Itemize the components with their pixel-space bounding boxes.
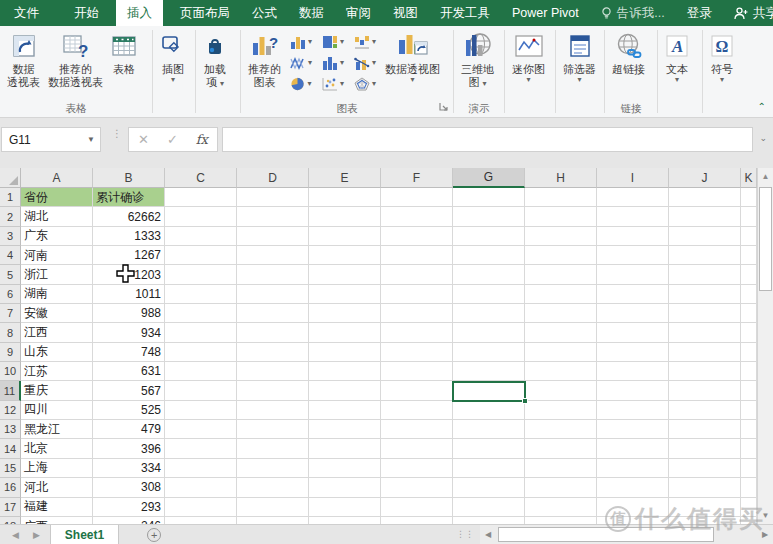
- cell-H8[interactable]: [525, 323, 597, 342]
- column-header-I[interactable]: I: [597, 168, 669, 188]
- text-button[interactable]: A 文本 ▾: [661, 28, 693, 84]
- cell-J9[interactable]: [669, 343, 741, 362]
- fill-handle[interactable]: [522, 398, 528, 404]
- cell-E4[interactable]: [309, 246, 381, 265]
- cell-A16[interactable]: 河北: [21, 478, 93, 497]
- cell-C4[interactable]: [165, 246, 237, 265]
- scroll-right-icon[interactable]: ▶: [757, 525, 773, 544]
- cell-J8[interactable]: [669, 323, 741, 342]
- tell-me-box[interactable]: 告诉我...: [590, 0, 676, 26]
- cell-D1[interactable]: [237, 188, 309, 207]
- cell-K1[interactable]: [741, 188, 757, 207]
- cell-A14[interactable]: 北京: [21, 439, 93, 458]
- cell-G15[interactable]: [453, 459, 525, 478]
- cell-I4[interactable]: [597, 246, 669, 265]
- cell-I8[interactable]: [597, 323, 669, 342]
- cell-E1[interactable]: [309, 188, 381, 207]
- cell-J18[interactable]: [669, 517, 741, 524]
- cell-J10[interactable]: [669, 362, 741, 381]
- cell-D17[interactable]: [237, 498, 309, 517]
- cell-B1[interactable]: 累计确诊: [93, 188, 165, 207]
- horizontal-scrollbar[interactable]: ◀ ▶: [480, 525, 773, 544]
- cancel-icon[interactable]: ✕: [138, 132, 149, 147]
- cell-K11[interactable]: [741, 381, 757, 400]
- cell-I15[interactable]: [597, 459, 669, 478]
- sign-in-button[interactable]: 登录: [676, 0, 723, 26]
- cell-K10[interactable]: [741, 362, 757, 381]
- cell-A18[interactable]: 广西: [21, 517, 93, 524]
- row-header-7[interactable]: 7: [0, 304, 21, 323]
- enter-icon[interactable]: ✓: [167, 132, 178, 147]
- cell-J3[interactable]: [669, 227, 741, 246]
- tab-page-layout[interactable]: 页面布局: [169, 0, 241, 26]
- scroll-up-icon[interactable]: ▲: [758, 168, 773, 185]
- row-header-18[interactable]: 18: [0, 517, 21, 524]
- prev-sheet-icon[interactable]: ◀: [12, 530, 19, 540]
- cell-G9[interactable]: [453, 343, 525, 362]
- cell-B9[interactable]: 748: [93, 343, 165, 362]
- cell-E9[interactable]: [309, 343, 381, 362]
- cell-C2[interactable]: [165, 207, 237, 226]
- cell-H6[interactable]: [525, 285, 597, 304]
- cell-H7[interactable]: [525, 304, 597, 323]
- tab-developer[interactable]: 开发工具: [429, 0, 501, 26]
- cell-E18[interactable]: [309, 517, 381, 524]
- cell-C8[interactable]: [165, 323, 237, 342]
- cell-E16[interactable]: [309, 478, 381, 497]
- column-header-C[interactable]: C: [165, 168, 237, 188]
- row-header-14[interactable]: 14: [0, 439, 21, 458]
- cell-I5[interactable]: [597, 265, 669, 284]
- sparklines-button[interactable]: 迷你图 ▾: [508, 28, 549, 84]
- tab-review[interactable]: 审阅: [335, 0, 382, 26]
- cell-D7[interactable]: [237, 304, 309, 323]
- cell-F12[interactable]: [381, 401, 453, 420]
- cell-A10[interactable]: 江苏: [21, 362, 93, 381]
- cell-H12[interactable]: [525, 401, 597, 420]
- cell-D8[interactable]: [237, 323, 309, 342]
- column-header-J[interactable]: J: [669, 168, 741, 188]
- cell-J2[interactable]: [669, 207, 741, 226]
- cell-C11[interactable]: [165, 381, 237, 400]
- cell-I13[interactable]: [597, 420, 669, 439]
- cell-G3[interactable]: [453, 227, 525, 246]
- cell-B11[interactable]: 567: [93, 381, 165, 400]
- cell-I14[interactable]: [597, 439, 669, 458]
- cell-B14[interactable]: 396: [93, 439, 165, 458]
- cell-I11[interactable]: [597, 381, 669, 400]
- hierarchy-chart-button[interactable]: ▾: [317, 31, 349, 52]
- cell-E7[interactable]: [309, 304, 381, 323]
- cell-H16[interactable]: [525, 478, 597, 497]
- cell-E3[interactable]: [309, 227, 381, 246]
- scatter-chart-button[interactable]: ▾: [317, 73, 349, 94]
- cell-K3[interactable]: [741, 227, 757, 246]
- cell-K16[interactable]: [741, 478, 757, 497]
- cell-F4[interactable]: [381, 246, 453, 265]
- cell-H2[interactable]: [525, 207, 597, 226]
- cell-J15[interactable]: [669, 459, 741, 478]
- cell-F18[interactable]: [381, 517, 453, 524]
- cell-F9[interactable]: [381, 343, 453, 362]
- column-header-B[interactable]: B: [93, 168, 165, 188]
- recommended-charts-button[interactable]: ? 推荐的 图表: [244, 28, 285, 89]
- scroll-down-icon[interactable]: ▼: [758, 507, 773, 524]
- cell-H10[interactable]: [525, 362, 597, 381]
- cell-A6[interactable]: 湖南: [21, 285, 93, 304]
- cell-H17[interactable]: [525, 498, 597, 517]
- cell-D5[interactable]: [237, 265, 309, 284]
- cell-K6[interactable]: [741, 285, 757, 304]
- tab-split-grip[interactable]: ⋮⋮: [456, 525, 474, 544]
- cell-B15[interactable]: 334: [93, 459, 165, 478]
- cell-E11[interactable]: [309, 381, 381, 400]
- cell-C17[interactable]: [165, 498, 237, 517]
- cell-E5[interactable]: [309, 265, 381, 284]
- cell-D18[interactable]: [237, 517, 309, 524]
- symbols-button[interactable]: Ω 符号 ▾: [706, 28, 738, 84]
- cell-G12[interactable]: [453, 401, 525, 420]
- tab-data[interactable]: 数据: [288, 0, 335, 26]
- name-box-dropdown-icon[interactable]: ▼: [82, 128, 100, 151]
- cell-K7[interactable]: [741, 304, 757, 323]
- column-header-E[interactable]: E: [309, 168, 381, 188]
- cell-H14[interactable]: [525, 439, 597, 458]
- cell-A8[interactable]: 江西: [21, 323, 93, 342]
- name-box[interactable]: G11 ▼: [1, 127, 101, 152]
